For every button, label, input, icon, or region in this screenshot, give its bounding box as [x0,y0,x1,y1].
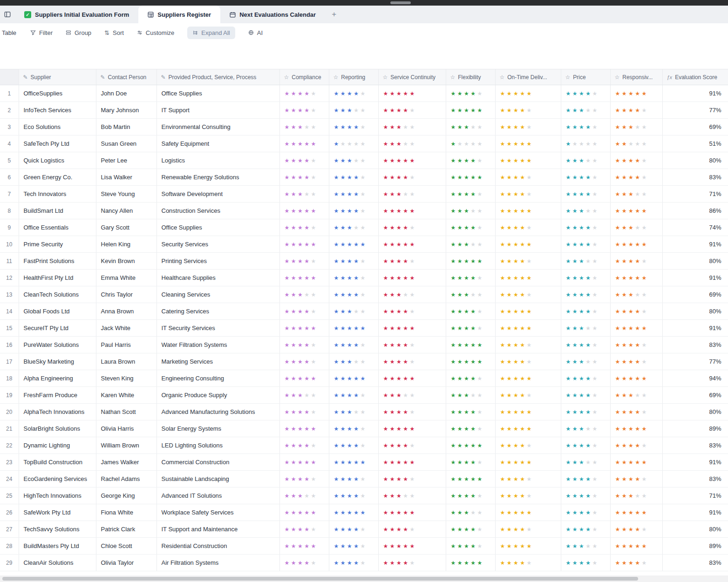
cell-supplier[interactable]: Alpha Engineering [19,370,96,387]
cell-price[interactable]: ★★★★★ [561,504,610,521]
cell-product[interactable]: Engineering Consulting [156,370,279,387]
sidebar-toggle-icon[interactable] [0,6,15,23]
cell-supplier[interactable]: OfficeSupplies [19,85,96,102]
cell-service_continuity[interactable]: ★★★★★ [378,253,446,270]
cell-responsiveness[interactable]: ★★★★★ [610,404,662,420]
cell-contact-person[interactable]: Anna Brown [96,303,156,320]
cell-flexibility[interactable]: ★★★★★ [446,203,495,219]
cell-contact-person[interactable]: Chris Taylor [96,286,156,303]
cell-on_time_delivery[interactable]: ★★★★★ [495,152,561,169]
cell-responsiveness[interactable]: ★★★★★ [610,303,662,320]
cell-compliance[interactable]: ★★★★★ [279,152,329,169]
cell-contact-person[interactable]: Jack White [96,320,156,337]
cell-flexibility[interactable]: ★★★★★ [446,253,495,270]
cell-flexibility[interactable]: ★★★★★ [446,102,495,119]
cell-product[interactable]: Workplace Safety Services [156,504,279,521]
cell-supplier[interactable]: Office Essentials [19,219,96,236]
row-number[interactable]: 5 [0,152,19,169]
cell-flexibility[interactable]: ★★★★★ [446,555,495,571]
cell-responsiveness[interactable]: ★★★★★ [610,454,662,471]
cell-on_time_delivery[interactable]: ★★★★★ [495,487,561,504]
cell-flexibility[interactable]: ★★★★★ [446,370,495,387]
cell-product[interactable]: Organic Produce Supply [156,387,279,404]
cell-responsiveness[interactable]: ★★★★★ [610,353,662,370]
cell-on_time_delivery[interactable]: ★★★★★ [495,370,561,387]
cell-compliance[interactable]: ★★★★★ [279,320,329,337]
cell-supplier[interactable]: InfoTech Services [19,102,96,119]
cell-service_continuity[interactable]: ★★★★★ [378,152,446,169]
cell-supplier[interactable]: Quick Logistics [19,152,96,169]
cell-flexibility[interactable]: ★★★★★ [446,286,495,303]
cell-product[interactable]: Residential Construction [156,538,279,555]
cell-product[interactable]: Sustainable Landscaping [156,471,279,487]
cell-on_time_delivery[interactable]: ★★★★★ [495,521,561,538]
column-header-reporting[interactable]: ☆Reporting [329,69,378,85]
cell-price[interactable]: ★★★★★ [561,152,610,169]
cell-reporting[interactable]: ★★★★★ [329,219,378,236]
cell-price[interactable]: ★★★★★ [561,353,610,370]
row-number[interactable]: 4 [0,135,19,152]
cell-responsiveness[interactable]: ★★★★★ [610,504,662,521]
cell-compliance[interactable]: ★★★★★ [279,353,329,370]
cell-price[interactable]: ★★★★★ [561,102,610,119]
row-number[interactable]: 19 [0,387,19,404]
cell-compliance[interactable]: ★★★★★ [279,203,329,219]
cell-price[interactable]: ★★★★★ [561,186,610,203]
customize-button[interactable]: Customize [137,29,174,36]
cell-service_continuity[interactable]: ★★★★★ [378,236,446,253]
cell-service_continuity[interactable]: ★★★★★ [378,420,446,437]
cell-reporting[interactable]: ★★★★★ [329,471,378,487]
cell-on_time_delivery[interactable]: ★★★★★ [495,420,561,437]
cell-on_time_delivery[interactable]: ★★★★★ [495,270,561,286]
cell-flexibility[interactable]: ★★★★★ [446,186,495,203]
row-number[interactable]: 23 [0,454,19,471]
cell-product[interactable]: Office Supplies [156,85,279,102]
cell-responsiveness[interactable]: ★★★★★ [610,85,662,102]
cell-supplier[interactable]: Dynamic Lighting [19,437,96,454]
cell-contact-person[interactable]: John Doe [96,85,156,102]
cell-product[interactable]: Safety Equipment [156,135,279,152]
row-number[interactable]: 22 [0,437,19,454]
cell-price[interactable]: ★★★★★ [561,437,610,454]
cell-contact-person[interactable]: Kevin Brown [96,253,156,270]
cell-responsiveness[interactable]: ★★★★★ [610,270,662,286]
cell-service_continuity[interactable]: ★★★★★ [378,286,446,303]
cell-product[interactable]: Air Filtration Systems [156,555,279,571]
cell-price[interactable]: ★★★★★ [561,404,610,420]
cell-service_continuity[interactable]: ★★★★★ [378,370,446,387]
cell-product[interactable]: Security Services [156,236,279,253]
cell-flexibility[interactable]: ★★★★★ [446,320,495,337]
row-number[interactable]: 17 [0,353,19,370]
cell-price[interactable]: ★★★★★ [561,487,610,504]
cell-service_continuity[interactable]: ★★★★★ [378,186,446,203]
row-number[interactable]: 9 [0,219,19,236]
cell-on_time_delivery[interactable]: ★★★★★ [495,303,561,320]
cell-on_time_delivery[interactable]: ★★★★★ [495,337,561,353]
cell-service_continuity[interactable]: ★★★★★ [378,270,446,286]
cell-service_continuity[interactable]: ★★★★★ [378,303,446,320]
cell-service_continuity[interactable]: ★★★★★ [378,337,446,353]
cell-supplier[interactable]: CleanTech Solutions [19,286,96,303]
cell-contact-person[interactable]: Helen King [96,236,156,253]
cell-compliance[interactable]: ★★★★★ [279,169,329,186]
sort-button[interactable]: ⇅ Sort [104,29,124,36]
cell-compliance[interactable]: ★★★★★ [279,487,329,504]
cell-contact-person[interactable]: Bob Martin [96,119,156,135]
column-header-price[interactable]: ☆Price [561,69,610,85]
cell-on_time_delivery[interactable]: ★★★★★ [495,85,561,102]
cell-compliance[interactable]: ★★★★★ [279,370,329,387]
add-tab-button[interactable]: + [325,10,343,19]
cell-service_continuity[interactable]: ★★★★★ [378,135,446,152]
cell-product[interactable]: Logistics [156,152,279,169]
cell-contact-person[interactable]: Susan Green [96,135,156,152]
row-number[interactable]: 10 [0,236,19,253]
cell-product[interactable]: Office Supplies [156,219,279,236]
cell-on_time_delivery[interactable]: ★★★★★ [495,119,561,135]
cell-flexibility[interactable]: ★★★★★ [446,270,495,286]
cell-on_time_delivery[interactable]: ★★★★★ [495,169,561,186]
cell-flexibility[interactable]: ★★★★★ [446,504,495,521]
cell-flexibility[interactable]: ★★★★★ [446,337,495,353]
cell-product[interactable]: LED Lighting Solutions [156,437,279,454]
cell-flexibility[interactable]: ★★★★★ [446,219,495,236]
cell-reporting[interactable]: ★★★★★ [329,169,378,186]
